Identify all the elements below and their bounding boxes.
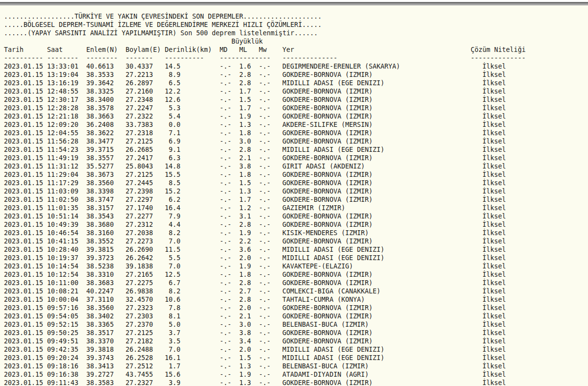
table-row: 2023.01.1510:28:4039.381526.269011.5-.-3… xyxy=(4,245,588,254)
cell-mw: -.- xyxy=(259,195,270,204)
cell-lat: 38.3398 xyxy=(86,187,125,195)
cell-mw: -.- xyxy=(259,345,270,354)
cell-time: 09:57:16 xyxy=(47,304,86,312)
cell-date: 2023.01.15 xyxy=(4,104,47,112)
cell-md: -.- xyxy=(220,345,231,354)
table-row: 2023.01.1511:56:2838.347727.21256.9-.-3.… xyxy=(4,137,588,145)
cell-place: GOKDERE-BORNOVA (IZMIR) xyxy=(282,279,470,287)
cell-mw: -.- xyxy=(259,237,270,245)
cell-depth: 14.8 xyxy=(165,162,180,170)
cell-time: 10:19:37 xyxy=(47,254,86,262)
cell-place: GOKDERE-BORNOVA (IZMIR) xyxy=(282,170,470,179)
cell-lon: 27.2247 xyxy=(125,104,165,112)
cell-lon: 32.4570 xyxy=(125,295,165,304)
cell-mw: -.- xyxy=(259,312,270,320)
cell-time: 09:52:15 xyxy=(47,320,86,329)
cell-quality: İlksel xyxy=(483,71,506,79)
cell-mw: -.- xyxy=(259,287,270,295)
cell-md: -.- xyxy=(220,362,231,370)
cell-quality: İlksel xyxy=(483,254,506,262)
cell-depth: 12.2 xyxy=(165,87,180,96)
table-row: 2023.01.1509:54:0538.340227.23038.1-.-2.… xyxy=(4,312,588,320)
cell-lon: 26.2690 xyxy=(125,245,165,254)
cell-date: 2023.01.15 xyxy=(4,237,47,245)
earthquake-rows: 2023.01.1513:33:0140.661330.433714.5-.-1… xyxy=(4,62,588,386)
cell-lon: 26.2642 xyxy=(125,254,165,262)
cell-md: -.- xyxy=(220,137,231,145)
cell-md: -.- xyxy=(220,279,231,287)
cell-depth: 8.5 xyxy=(165,179,180,187)
cell-quality: İlksel xyxy=(483,104,506,112)
cell-ml: 1.8 xyxy=(239,129,251,137)
cell-place: GOKDERE-BORNOVA (IZMIR) xyxy=(282,329,470,337)
cell-lon: 27.2273 xyxy=(125,237,165,245)
cell-ml: 1.2 xyxy=(239,204,251,212)
cell-lat: 39.3818 xyxy=(86,345,125,354)
cell-lon: 25.8043 xyxy=(125,162,165,170)
cell-depth: 7.0 xyxy=(165,237,180,245)
cell-mw: -.- xyxy=(259,104,270,112)
cell-place: GOKDERE-BORNOVA (IZMIR) xyxy=(282,195,470,204)
cell-place: ATADAMI-DIYADIN (AGRI) xyxy=(282,370,470,379)
table-row: 2023.01.1510:46:5438.316027.20388.2-.-1.… xyxy=(4,229,588,237)
cell-place: COMLEKCI-BIGA (CANAKKALE) xyxy=(282,287,470,295)
cell-lon: 27.2445 xyxy=(125,179,165,187)
cell-quality: İlksel xyxy=(483,112,506,121)
cell-mw: -.- xyxy=(259,79,270,87)
cell-lon: 26.2897 xyxy=(125,79,165,87)
cell-lat: 38.3560 xyxy=(86,179,125,187)
cell-md: -.- xyxy=(220,121,231,129)
cell-lon: 27.2318 xyxy=(125,129,165,137)
cell-quality: İlksel xyxy=(483,212,506,220)
cell-place: MIDILLI ADASI (EGE DENIZI) xyxy=(282,254,470,262)
cell-date: 2023.01.15 xyxy=(4,145,47,154)
cell-time: 11:17:29 xyxy=(47,179,86,187)
cell-depth: 8.2 xyxy=(165,287,180,295)
col-header-mw: Mw xyxy=(259,46,282,54)
cell-depth: 8.9 xyxy=(165,71,180,79)
col-header-place: Yer xyxy=(282,46,470,54)
cell-date: 2023.01.15 xyxy=(4,96,47,104)
cell-time: 10:14:54 xyxy=(47,262,86,270)
cell-depth: 15.5 xyxy=(165,170,180,179)
table-row: 2023.01.1511:01:3538.315727.174016.4-.-1… xyxy=(4,204,588,212)
cell-md: -.- xyxy=(220,129,231,137)
cell-time: 09:54:05 xyxy=(47,312,86,320)
cell-lat: 38.5238 xyxy=(86,262,125,270)
cell-md: -.- xyxy=(220,87,231,96)
cell-time: 09:50:25 xyxy=(47,329,86,337)
cell-mw: -.- xyxy=(259,96,270,104)
cell-depth: 16.1 xyxy=(165,354,180,362)
cell-lat: 38.3560 xyxy=(86,304,125,312)
report-title-line2: .....BÖLGESEL DEPREM-TSUNAMİ İZLEME VE D… xyxy=(4,21,588,29)
cell-md: -.- xyxy=(220,245,231,254)
cell-lat: 39.3815 xyxy=(86,245,125,254)
cell-time: 11:49:19 xyxy=(47,154,86,162)
cell-mw: -.- xyxy=(259,170,270,179)
cell-md: -.- xyxy=(220,337,231,345)
cell-lon: 27.2182 xyxy=(125,337,165,345)
cell-depth: 12.5 xyxy=(165,270,180,279)
cell-depth: 5.5 xyxy=(165,254,180,262)
cell-place: GOKDERE-BORNOVA (IZMIR) xyxy=(282,87,470,96)
table-row: 2023.01.1512:30:1738.340027.234812.6-.-1… xyxy=(4,96,588,104)
table-row: 2023.01.1510:51:1438.354327.22777.9-.-3.… xyxy=(4,212,588,220)
cell-mw: -.- xyxy=(259,270,270,279)
cell-date: 2023.01.15 xyxy=(4,79,47,87)
cell-date: 2023.01.15 xyxy=(4,287,47,295)
cell-ml: 1.3 xyxy=(239,121,251,129)
cell-date: 2023.01.15 xyxy=(4,245,47,254)
cell-mw: -.- xyxy=(259,220,270,229)
col-header-date: Tarih xyxy=(4,46,47,54)
cell-mw: -.- xyxy=(259,212,270,220)
cell-date: 2023.01.15 xyxy=(4,362,47,370)
cell-ml: 2.8 xyxy=(239,295,251,304)
cell-time: 12:04:55 xyxy=(47,129,86,137)
table-row: 2023.01.1509:11:4338.358327.23273.9-.-1.… xyxy=(4,379,588,386)
table-row: 2023.01.1511:02:5038.374727.22976.2-.-1.… xyxy=(4,195,588,204)
cell-depth: 7.0 xyxy=(165,262,180,270)
cell-lat: 38.3683 xyxy=(86,279,125,287)
cell-time: 12:28:28 xyxy=(47,104,86,112)
cell-lon: 27.2312 xyxy=(125,220,165,229)
cell-lon: 27.2277 xyxy=(125,212,165,220)
